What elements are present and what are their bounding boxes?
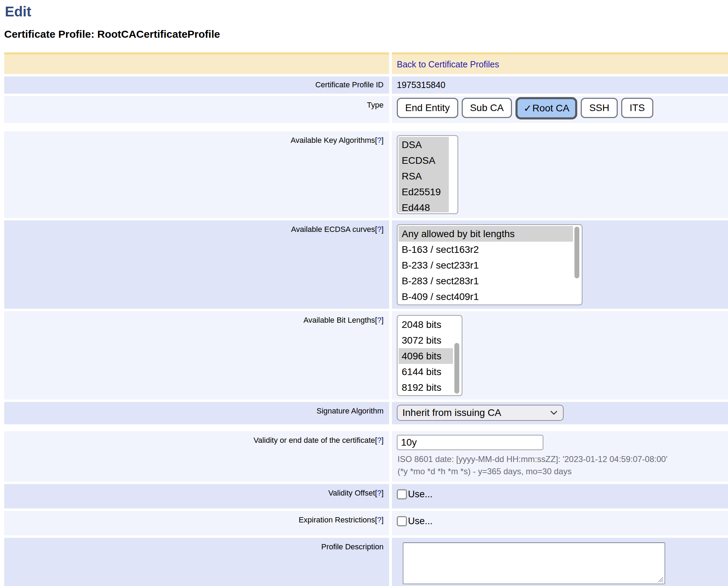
profile-heading: Certificate Profile: RootCACertificatePr… <box>4 28 728 41</box>
expiration-restrictions-label-cell: Expiration Restrictions[?] <box>4 511 389 535</box>
bit-lengths-scrollbar-thumb[interactable] <box>454 343 459 394</box>
validity-offset-use-checkbox[interactable] <box>397 489 407 499</box>
bit-length-option[interactable]: 8192 bits <box>399 380 453 394</box>
signature-algorithm-label-cell: Signature Algorithm <box>4 402 389 424</box>
profile-form: Back to Certificate Profiles Certificate… <box>4 52 728 586</box>
key-algorithm-option[interactable]: Ed448 <box>399 200 449 212</box>
validity-hint-line1: ISO 8601 date: [yyyy-MM-dd HH:mm:ssZZ]: … <box>398 453 728 465</box>
validity-label: Validity or end date of the certificate <box>253 436 375 445</box>
profile-description-row: Profile Description <box>4 538 728 586</box>
ecdsa-curve-option[interactable]: B-233 / sect233r1 <box>399 257 573 273</box>
validity-hint: ISO 8601 date: [yyyy-MM-dd HH:mm:ssZZ]: … <box>397 453 728 477</box>
available-bit-lengths-row: Available Bit Lengths[?] 2048 bits 3072 … <box>4 311 728 400</box>
bit-length-option[interactable]: 6144 bits <box>399 364 453 380</box>
validity-input[interactable] <box>397 435 543 450</box>
validity-offset-label-cell: Validity Offset[?] <box>4 484 389 508</box>
resize-handle-icon[interactable] <box>656 575 664 583</box>
available-bit-lengths-list-cell: 2048 bits 3072 bits 4096 bits 6144 bits … <box>392 311 728 400</box>
expiration-restrictions-row: Expiration Restrictions[?] Use... <box>4 511 728 535</box>
certificate-profile-id-value-cell: 1975315840 <box>392 76 728 94</box>
header-left-cell <box>4 52 389 74</box>
available-bit-lengths-label-cell: Available Bit Lengths[?] <box>4 311 389 400</box>
validity-label-cell: Validity or end date of the certificate[… <box>4 431 389 482</box>
profile-description-textarea-wrap <box>403 542 665 584</box>
ecdsa-curves-help-link[interactable]: ? <box>377 225 381 234</box>
ecdsa-curves-scrollbar-track <box>573 226 581 303</box>
validity-hint-line2: (*y *mo *d *h *m *s) - y=365 days, mo=30… <box>398 465 728 477</box>
expiration-restrictions-use-label: Use... <box>408 516 433 527</box>
profile-description-value-cell <box>392 538 728 586</box>
available-key-algorithms-list-cell: DSA ECDSA RSA Ed25519 Ed448 <box>392 131 728 218</box>
expiration-restrictions-value-cell: Use... <box>392 511 728 535</box>
bit-length-option[interactable]: 3072 bits <box>399 332 453 348</box>
key-algorithms-help-link[interactable]: ? <box>377 136 381 145</box>
checkmark-icon: ✓ <box>523 103 532 114</box>
type-button-sub-ca[interactable]: Sub CA <box>462 98 512 118</box>
header-row: Back to Certificate Profiles <box>4 52 728 74</box>
validity-offset-label: Validity Offset <box>328 489 375 497</box>
type-label: Type <box>367 101 384 109</box>
type-row: Type End Entity Sub CA ✓Root CA SSH ITS <box>4 96 728 123</box>
ecdsa-curve-option[interactable]: B-283 / sect283r1 <box>399 273 573 289</box>
type-button-ssh[interactable]: SSH <box>581 98 618 118</box>
bit-lengths-scrollbar-track <box>453 317 461 394</box>
profile-description-label: Profile Description <box>321 542 384 551</box>
expiration-restrictions-help-link[interactable]: ? <box>377 515 381 524</box>
validity-input-cell: ISO 8601 date: [yyyy-MM-dd HH:mm:ssZZ]: … <box>392 431 728 482</box>
page-title: Edit <box>5 3 728 20</box>
bit-lengths-help-link[interactable]: ? <box>377 316 381 324</box>
validity-offset-value-cell: Use... <box>392 484 728 508</box>
bit-length-option[interactable]: 4096 bits <box>399 348 453 364</box>
validity-offset-use-row: Use... <box>397 484 728 500</box>
chevron-down-icon <box>550 410 558 416</box>
available-key-algorithms-label: Available Key Algorithms <box>291 136 375 145</box>
signature-algorithm-label: Signature Algorithm <box>317 406 384 415</box>
key-algorithm-option[interactable]: ECDSA <box>399 153 449 168</box>
ecdsa-curve-option[interactable]: B-409 / sect409r1 <box>399 289 573 303</box>
type-button-its[interactable]: ITS <box>621 98 653 118</box>
validity-row: Validity or end date of the certificate[… <box>4 431 728 482</box>
validity-offset-row: Validity Offset[?] Use... <box>4 484 728 508</box>
validity-offset-help-link[interactable]: ? <box>377 489 381 497</box>
certificate-profile-id-row: Certificate Profile ID 1975315840 <box>4 76 728 94</box>
available-key-algorithms-row: Available Key Algorithms[?] DSA ECDSA RS… <box>4 131 728 218</box>
key-algorithms-listbox[interactable]: DSA ECDSA RSA Ed25519 Ed448 <box>397 135 458 214</box>
bit-lengths-listbox[interactable]: 2048 bits 3072 bits 4096 bits 6144 bits … <box>397 315 462 396</box>
type-button-root-ca[interactable]: ✓Root CA <box>515 97 577 119</box>
available-key-algorithms-label-cell: Available Key Algorithms[?] <box>4 131 389 218</box>
profile-description-textarea[interactable] <box>403 542 665 584</box>
available-bit-lengths-label: Available Bit Lengths <box>303 316 375 324</box>
expiration-restrictions-label: Expiration Restrictions <box>299 515 375 524</box>
bit-length-option[interactable]: 2048 bits <box>399 317 453 332</box>
expiration-restrictions-use-checkbox[interactable] <box>397 516 407 526</box>
type-button-end-entity[interactable]: End Entity <box>397 98 458 118</box>
header-right-cell: Back to Certificate Profiles <box>392 52 728 74</box>
type-label-cell: Type <box>4 96 389 123</box>
section-validity: Validity or end date of the certificate[… <box>4 431 728 586</box>
expiration-restrictions-use-row: Use... <box>397 511 728 527</box>
available-ecdsa-curves-label-cell: Available ECDSA curves[?] <box>4 220 389 309</box>
signature-algorithm-selected-value: Inherit from issuing CA <box>402 407 501 418</box>
key-algorithm-option[interactable]: Ed25519 <box>399 184 449 200</box>
validity-offset-use-label: Use... <box>408 489 433 500</box>
edit-certificate-profile-page: Edit Certificate Profile: RootCACertific… <box>0 0 728 586</box>
available-ecdsa-curves-label: Available ECDSA curves <box>291 225 375 234</box>
ecdsa-curves-scrollbar-thumb[interactable] <box>574 227 579 278</box>
ecdsa-curve-option[interactable]: Any allowed by bit lengths <box>399 226 573 242</box>
key-algorithms-scrollbar-track <box>449 137 456 212</box>
key-algorithm-option[interactable]: DSA <box>399 137 449 153</box>
signature-algorithm-select[interactable]: Inherit from issuing CA <box>397 405 564 421</box>
available-ecdsa-curves-row: Available ECDSA curves[?] Any allowed by… <box>4 220 728 309</box>
validity-help-link[interactable]: ? <box>377 436 381 445</box>
signature-algorithm-select-cell: Inherit from issuing CA <box>392 402 728 424</box>
back-to-certificate-profiles-link[interactable]: Back to Certificate Profiles <box>397 54 499 69</box>
certificate-profile-id-label-cell: Certificate Profile ID <box>4 76 389 94</box>
signature-algorithm-row: Signature Algorithm Inherit from issuing… <box>4 402 728 424</box>
profile-description-label-cell: Profile Description <box>4 538 389 586</box>
available-ecdsa-curves-list-cell: Any allowed by bit lengths B-163 / sect1… <box>392 220 728 309</box>
section-key-settings: Available Key Algorithms[?] DSA ECDSA RS… <box>4 131 728 424</box>
ecdsa-curves-listbox[interactable]: Any allowed by bit lengths B-163 / sect1… <box>397 224 582 305</box>
key-algorithm-option[interactable]: RSA <box>399 168 449 184</box>
ecdsa-curve-option[interactable]: B-163 / sect163r2 <box>399 242 573 257</box>
certificate-profile-id-label: Certificate Profile ID <box>315 80 384 89</box>
